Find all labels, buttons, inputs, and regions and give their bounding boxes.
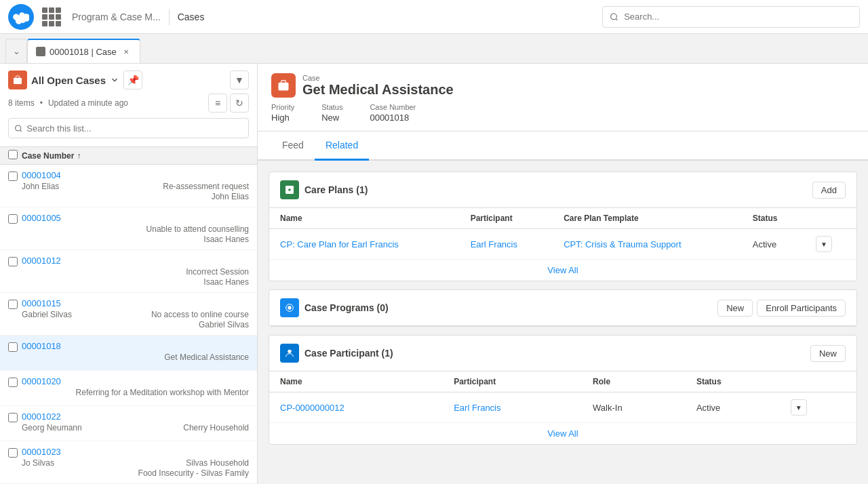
- object-name: Cases: [178, 12, 205, 22]
- care-plans-col-name: Name: [269, 208, 460, 229]
- tab-case-00001018[interactable]: 00001018 | Case ✕: [27, 39, 140, 63]
- list-item[interactable]: 00001018 Get Medical Assistance: [0, 336, 257, 371]
- main-layout: All Open Cases 📌 ▼ 8 items • Updated a m…: [0, 64, 868, 484]
- list-item[interactable]: 00001004 John Elias Re-assessment reques…: [0, 165, 257, 207]
- list-item[interactable]: 00001020 Referring for a Meditation work…: [0, 371, 257, 406]
- select-all-check[interactable]: [8, 150, 18, 159]
- tab-feed[interactable]: Feed: [271, 132, 315, 161]
- column-chooser-button[interactable]: ≡: [208, 94, 227, 113]
- row-checkbox-6[interactable]: [8, 411, 22, 424]
- care-plans-col-template: Care Plan Template: [553, 208, 742, 229]
- updated-text: •: [40, 98, 43, 108]
- care-plans-col-participant: Participant: [460, 208, 553, 229]
- list-item[interactable]: 00001015 Gabriel Silvas No access to onl…: [0, 293, 257, 336]
- case-participant-new-button[interactable]: New: [810, 345, 846, 362]
- case-participant-title: Case Participant (1): [304, 348, 810, 359]
- app-launcher-icon[interactable]: [42, 7, 61, 26]
- case-number-6[interactable]: 00001022: [22, 411, 249, 422]
- case-number-1[interactable]: 00001005: [22, 213, 249, 223]
- svg-point-2: [16, 125, 21, 130]
- case-participant-section: Case Participant (1) New Name Participan…: [269, 335, 857, 445]
- cases-icon: [8, 70, 27, 89]
- list-item[interactable]: 00001012 Incorrect Session Isaac Hanes: [0, 250, 257, 293]
- case-number-label: Case Number: [370, 103, 416, 111]
- svg-point-0: [611, 14, 617, 20]
- case-programs-title: Case Programs (0): [304, 302, 717, 313]
- case-number-column-header[interactable]: Case Number ↑: [22, 151, 81, 161]
- care-plans-table: Name Participant Care Plan Template Stat…: [269, 208, 856, 260]
- participant-role: Walk-In: [582, 392, 686, 423]
- list-dropdown-icon[interactable]: [110, 75, 119, 85]
- case-name-left-6: Georg Neumann: [22, 423, 82, 432]
- participant-name-link[interactable]: CP-0000000012: [280, 403, 344, 413]
- tab-related[interactable]: Related: [315, 132, 369, 161]
- care-plan-status: Active: [742, 229, 805, 260]
- participant-col-participant: Participant: [443, 371, 582, 392]
- care-plans-section: Care Plans (1) Add Name Participant Care…: [269, 172, 857, 281]
- tab-overflow-button[interactable]: ⌄: [5, 39, 27, 63]
- select-all-checkbox[interactable]: [8, 150, 22, 161]
- case-programs-new-button[interactable]: New: [717, 300, 753, 317]
- sidebar-search-icon: [14, 124, 22, 133]
- refresh-button[interactable]: ↻: [230, 94, 249, 113]
- row-checkbox-2[interactable]: [8, 256, 22, 268]
- care-plans-add-button[interactable]: Add: [812, 182, 846, 199]
- row-checkbox-4[interactable]: [8, 341, 22, 354]
- case-number-5[interactable]: 00001020: [22, 376, 249, 386]
- case-programs-icon: [280, 298, 299, 317]
- global-search[interactable]: [602, 6, 860, 28]
- care-plans-view-all[interactable]: View All: [547, 265, 578, 275]
- content-tabs: Feed Related: [258, 132, 868, 161]
- sidebar-search-input[interactable]: [26, 123, 243, 134]
- care-plan-participant-link[interactable]: Earl Francis: [471, 239, 517, 249]
- participant-status: Active: [686, 392, 780, 423]
- case-number-7[interactable]: 00001023: [22, 447, 249, 457]
- participant-col-role: Role: [582, 371, 686, 392]
- row-checkbox-3[interactable]: [8, 298, 22, 311]
- care-plan-name-link[interactable]: CP: Care Plan for Earl Francis: [280, 239, 399, 249]
- related-content: Care Plans (1) Add Name Participant Care…: [258, 161, 868, 456]
- care-plans-col-status: Status: [742, 208, 805, 229]
- care-plan-row-action[interactable]: ▼: [816, 236, 832, 252]
- participant-col-name: Name: [269, 371, 443, 392]
- participant-person-link[interactable]: Earl Francis: [454, 403, 500, 413]
- list-item[interactable]: 00001022 Georg Neumann Cherry Household: [0, 406, 257, 441]
- list-column-header: Case Number ↑: [0, 147, 257, 165]
- priority-field: Priority High: [271, 103, 294, 123]
- case-number-0[interactable]: 00001004: [22, 170, 249, 180]
- case-desc-0: Re-assessment request: [163, 182, 249, 191]
- list-item[interactable]: 00001005 Unable to attend counselling Is…: [0, 207, 257, 250]
- sort-icon: ↑: [77, 151, 81, 161]
- case-desc-7: Food Insecurity - Silvas Family: [138, 468, 249, 478]
- case-number-4[interactable]: 00001018: [22, 341, 249, 351]
- case-owner-2: Isaac Hanes: [203, 277, 249, 287]
- case-number-3[interactable]: 00001015: [22, 298, 249, 308]
- case-programs-header: Case Programs (0) New Enroll Participant…: [269, 290, 856, 326]
- care-plan-template-link[interactable]: CPT: Crisis & Trauma Support: [564, 239, 681, 249]
- participant-col-status: Status: [686, 371, 780, 392]
- sidebar-search[interactable]: [8, 118, 249, 138]
- case-name-left-3: Gabriel Silvas: [22, 310, 72, 319]
- sidebar-list-name: All Open Cases: [31, 75, 106, 86]
- tab-close-button[interactable]: ✕: [121, 46, 132, 57]
- svg-point-6: [288, 306, 291, 309]
- case-header: Case Get Medical Assistance Priority Hig…: [258, 64, 868, 132]
- case-name-left-0: John Elias: [22, 182, 59, 191]
- case-programs-enroll-button[interactable]: Enroll Participants: [757, 300, 846, 317]
- sidebar-subtitle: 8 items • Updated a minute ago ≡ ↻: [8, 94, 249, 113]
- app-name: Program & Case M...: [72, 12, 161, 22]
- nav-divider: [169, 9, 170, 25]
- row-checkbox-5[interactable]: [8, 376, 22, 389]
- list-view-toggle[interactable]: ▼: [230, 70, 249, 89]
- tab-bar: ⌄ 00001018 | Case ✕: [0, 34, 868, 64]
- case-number-2[interactable]: 00001012: [22, 256, 249, 266]
- list-item[interactable]: 00001023 Jo Silvas Silvas Household Food…: [0, 441, 257, 484]
- search-input[interactable]: [624, 12, 852, 22]
- participant-row-action[interactable]: ▼: [791, 399, 807, 416]
- pin-button[interactable]: 📌: [123, 70, 142, 89]
- row-checkbox-0[interactable]: [8, 170, 22, 183]
- case-participant-view-all[interactable]: View All: [547, 428, 578, 439]
- row-checkbox-1[interactable]: [8, 213, 22, 226]
- row-checkbox-7[interactable]: [8, 447, 22, 460]
- case-meta: Priority High Status New Case Number 000…: [271, 103, 854, 123]
